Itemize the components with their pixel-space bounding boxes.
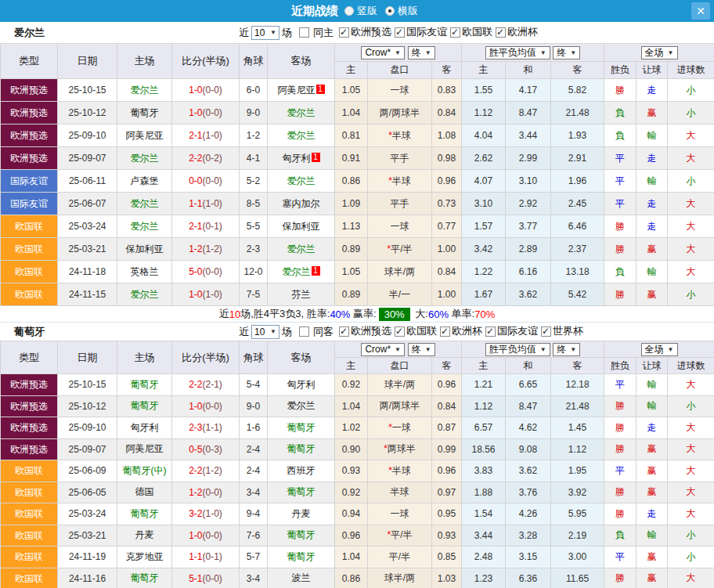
away-team-name: 爱尔兰 xyxy=(287,107,316,118)
away-team-cell: 芬兰 xyxy=(268,283,335,306)
home-team-cell: 爱尔兰 xyxy=(117,283,172,306)
competition-type: 欧洲预选 xyxy=(1,402,57,411)
same-venue-checkbox[interactable] xyxy=(299,27,309,38)
avg-home-value: 6.57 xyxy=(462,417,506,439)
goals-result: 大 xyxy=(668,482,714,503)
chevron-down-icon: ▼ xyxy=(270,29,276,36)
result-value: 勝 xyxy=(604,503,636,525)
avg-time-select[interactable]: 终▼ xyxy=(553,46,580,60)
avg-draw-value: 2.99 xyxy=(506,147,551,170)
league-checkbox[interactable] xyxy=(440,326,450,337)
league-checkbox[interactable] xyxy=(339,326,349,337)
league-filter-item[interactable]: 欧洲预选 xyxy=(336,324,391,338)
corner-count: 5-4 xyxy=(240,374,268,396)
league-filter-item[interactable]: 国际友谊 xyxy=(391,25,447,39)
same-venue-label[interactable]: 同客 xyxy=(313,325,334,339)
matches-table: 类型 日期 主场 比分(半场) 角球 客场 Crow*▼ 终▼ 胜平负均值▼ 终… xyxy=(0,341,714,588)
odds-time-select[interactable]: 终▼ xyxy=(408,343,435,356)
league-checkbox[interactable] xyxy=(395,326,405,337)
chevron-down-icon: ▼ xyxy=(540,346,546,353)
summary-part: 30% xyxy=(379,308,410,321)
league-checkbox[interactable] xyxy=(450,27,460,38)
table-row: 欧国联 24-11-18 英格兰 5-0(0-0) 12-0 爱尔兰1 1.05… xyxy=(1,261,714,283)
layout-vertical-label[interactable]: 竖版 xyxy=(357,4,377,18)
away-team-name: 西班牙 xyxy=(287,465,316,476)
goals-result: 大 xyxy=(668,147,714,170)
result-value: 勝 xyxy=(604,238,636,261)
home-team-cell: 德国 xyxy=(117,482,172,503)
league-checkbox[interactable] xyxy=(339,27,349,38)
same-venue-label[interactable]: 同主 xyxy=(313,26,334,40)
home-team-name: 德国 xyxy=(135,486,154,497)
odds-company-select[interactable]: Crow*▼ xyxy=(361,343,405,356)
odds-group-header: Crow*▼ 终▼ xyxy=(335,44,462,62)
handicap-cell: *半球 xyxy=(368,170,432,193)
table-row: 欧国联 25-03-21 丹麦 1-0(0-0) 7-6 葡萄牙 0.96 *平… xyxy=(1,525,714,547)
scope-select[interactable]: 全场▼ xyxy=(641,343,678,356)
col-let-ball: 让球 xyxy=(636,358,668,374)
table-row: 欧国联 25-03-24 爱尔兰 2-1(0-1) 5-5 保加利亚 1.13 … xyxy=(1,215,714,238)
league-filter-item[interactable]: 世界杯 xyxy=(538,324,583,338)
league-checkbox[interactable] xyxy=(541,326,551,337)
halftime-score: (0-3) xyxy=(203,444,222,455)
home-team-cell: 葡萄牙 xyxy=(117,374,172,396)
odds-home-value: 0.86 xyxy=(335,568,368,588)
col-corner: 角球 xyxy=(240,341,268,374)
avg-away-value: 1.96 xyxy=(551,170,604,193)
league-filter-item[interactable]: 欧国联 xyxy=(447,25,492,39)
avg-time-select[interactable]: 终▼ xyxy=(553,343,580,356)
odds-time-select[interactable]: 终▼ xyxy=(408,46,435,60)
handicap-cell: 一球 xyxy=(368,215,432,238)
odds-company-select[interactable]: Crow*▼ xyxy=(361,46,405,60)
league-filter-item[interactable]: 国际友谊 xyxy=(482,324,538,338)
match-date: 24-11-18 xyxy=(58,261,117,283)
odds-away-value: 0.98 xyxy=(432,147,462,170)
scope-select[interactable]: 全场▼ xyxy=(641,46,678,60)
goals-result: 大 xyxy=(668,503,714,525)
competition-type-cell: 国际友谊 xyxy=(1,193,58,215)
layout-vertical-radio[interactable] xyxy=(344,6,354,16)
summary-part: 近 xyxy=(219,307,229,321)
full-group-header: 全场▼ xyxy=(604,44,714,62)
same-venue-checkbox[interactable] xyxy=(299,326,309,337)
recent-count-select[interactable]: 10 ▼ xyxy=(251,325,279,339)
col-goals: 进球数 xyxy=(668,358,714,374)
table-row: 国际友谊 25-06-07 爱尔兰 1-1(1-0) 8-5 塞内加尔 1.09… xyxy=(1,193,714,215)
halftime-score: (1-0) xyxy=(203,130,222,141)
fulltime-score: 1-0 xyxy=(189,530,202,541)
league-checkbox[interactable] xyxy=(485,326,496,337)
recent-count-select[interactable]: 10 ▼ xyxy=(251,26,279,40)
table-row: 欧国联 25-06-05 德国 1-2(0-0) 3-4 葡萄牙 0.92 半球… xyxy=(1,482,714,503)
let-ball-result: 輸 xyxy=(636,525,668,547)
fulltime-score: 1-2 xyxy=(189,487,202,498)
home-team-name: 葡萄牙 xyxy=(131,107,159,118)
odds-home-value: 1.09 xyxy=(335,193,368,215)
layout-horizontal-radio[interactable] xyxy=(385,6,395,16)
league-filter-item[interactable]: 欧洲预选 xyxy=(336,25,391,39)
section-ireland: 爱尔兰 近 10 ▼ 场 同主 欧洲预选 国际友谊 欧国联 欧洲杯 xyxy=(0,22,714,322)
home-team-cell: 葡萄牙(中) xyxy=(117,460,172,482)
league-checkbox[interactable] xyxy=(395,27,405,38)
match-date: 25-10-12 xyxy=(58,395,117,417)
avg-type-select[interactable]: 胜平负均值▼ xyxy=(485,343,550,356)
avg-draw-value: 3.10 xyxy=(506,170,551,193)
avg-home-value: 1.54 xyxy=(462,503,506,525)
avg-draw-value: 6.36 xyxy=(506,568,551,588)
league-checkbox[interactable] xyxy=(496,27,506,38)
league-filter-item[interactable]: 欧国联 xyxy=(391,324,437,338)
handicap-value: 半球 xyxy=(392,465,411,476)
home-team-name: 克罗地亚 xyxy=(126,551,164,562)
home-team-name: 葡萄牙(中) xyxy=(123,465,167,476)
corner-count: 5-7 xyxy=(240,547,268,568)
home-team-name: 英格兰 xyxy=(131,266,159,277)
table-row: 欧国联 25-03-24 葡萄牙 3-2(1-0) 9-4 丹麦 0.94 一球… xyxy=(1,503,714,525)
layout-horizontal-label[interactable]: 横版 xyxy=(398,4,418,18)
match-date: 25-09-07 xyxy=(58,147,117,170)
corner-count: 6-0 xyxy=(240,79,268,102)
avg-type-select[interactable]: 胜平负均值▼ xyxy=(485,46,550,60)
league-filter-item[interactable]: 欧洲杯 xyxy=(492,25,538,39)
league-filter-item[interactable]: 欧洲杯 xyxy=(437,324,482,338)
odds-away-value: 0.99 xyxy=(432,438,462,460)
goals-result: 大 xyxy=(668,438,714,460)
close-button[interactable]: ✕ xyxy=(691,2,710,20)
